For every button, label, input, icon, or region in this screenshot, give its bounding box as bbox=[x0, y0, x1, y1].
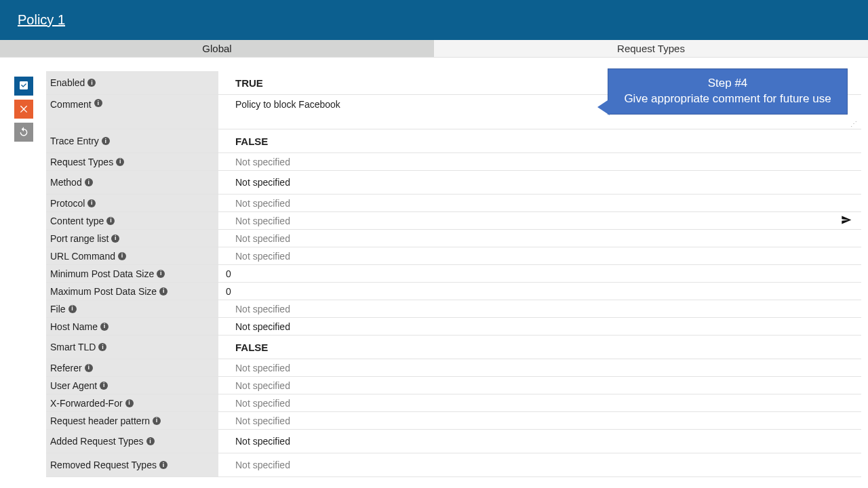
label-x-forwarded: X-Forwarded-Fori bbox=[46, 394, 219, 411]
row-content-type: Content typei Not specified bbox=[46, 212, 861, 230]
row-comment: Commenti Policy to block Facebook ⋰ bbox=[46, 95, 861, 129]
row-req-header-pattern: Request header patterni Not specified bbox=[46, 412, 861, 430]
label-added-req-types: Added Request Typesi bbox=[46, 430, 219, 453]
info-icon[interactable]: i bbox=[87, 199, 96, 207]
tab-bar: Global Request Types bbox=[0, 40, 868, 58]
row-smart-tld: Smart TLDi FALSE bbox=[46, 336, 861, 359]
info-icon[interactable]: i bbox=[100, 323, 108, 331]
row-x-forwarded: X-Forwarded-Fori Not specified bbox=[46, 394, 861, 412]
value-port-range[interactable]: Not specified bbox=[219, 230, 861, 247]
action-button-column bbox=[7, 71, 41, 477]
value-method[interactable]: Not specified bbox=[219, 171, 861, 194]
info-icon[interactable]: i bbox=[106, 217, 115, 225]
row-request-types: Request Typesi Not specified bbox=[46, 153, 861, 171]
label-enabled: Enabledi bbox=[46, 71, 219, 94]
label-protocol: Protocoli bbox=[46, 195, 219, 211]
label-req-header-pattern: Request header patterni bbox=[46, 412, 219, 429]
form-area: Step #4 Give appropriate comment for fut… bbox=[46, 71, 861, 477]
undo-button[interactable] bbox=[14, 123, 33, 142]
label-request-types: Request Typesi bbox=[46, 153, 219, 170]
info-icon[interactable]: i bbox=[159, 461, 167, 469]
label-file: Filei bbox=[46, 300, 219, 317]
value-user-agent[interactable]: Not specified bbox=[219, 377, 861, 394]
row-min-post: Minimum Post Data Sizei 0 bbox=[46, 265, 861, 283]
info-icon[interactable]: i bbox=[146, 437, 155, 445]
label-removed-req-types: Removed Request Typesi bbox=[46, 453, 219, 476]
label-content-type: Content typei bbox=[46, 212, 219, 229]
policy-title-link[interactable]: Policy 1 bbox=[18, 12, 65, 28]
info-icon[interactable]: i bbox=[85, 364, 93, 372]
info-icon[interactable]: i bbox=[87, 79, 96, 87]
close-icon bbox=[18, 103, 29, 116]
info-icon[interactable]: i bbox=[102, 137, 110, 145]
row-protocol: Protocoli Not specified bbox=[46, 195, 861, 212]
label-user-agent: User Agenti bbox=[46, 377, 219, 394]
page-header: Policy 1 bbox=[0, 0, 868, 40]
label-referer: Refereri bbox=[46, 359, 219, 376]
row-user-agent: User Agenti Not specified bbox=[46, 377, 861, 394]
row-file: Filei Not specified bbox=[46, 300, 861, 318]
send-icon[interactable] bbox=[841, 214, 852, 227]
value-comment[interactable]: Policy to block Facebook ⋰ bbox=[219, 95, 861, 129]
row-url-command: URL Commandi Not specified bbox=[46, 247, 861, 265]
label-smart-tld: Smart TLDi bbox=[46, 336, 219, 359]
undo-icon bbox=[18, 126, 29, 139]
info-icon[interactable]: i bbox=[153, 417, 161, 425]
value-added-req-types[interactable]: Not specified bbox=[219, 430, 861, 453]
value-trace-entry[interactable]: FALSE bbox=[219, 129, 861, 152]
label-min-post: Minimum Post Data Sizei bbox=[46, 265, 219, 282]
info-icon[interactable]: i bbox=[85, 178, 93, 186]
info-icon[interactable]: i bbox=[159, 287, 167, 296]
value-protocol[interactable]: Not specified bbox=[219, 195, 861, 211]
info-icon[interactable]: i bbox=[98, 343, 106, 351]
value-req-header-pattern[interactable]: Not specified bbox=[219, 412, 861, 429]
label-max-post: Maximum Post Data Sizei bbox=[46, 283, 219, 300]
check-icon bbox=[18, 80, 29, 93]
row-enabled: Enabledi TRUE bbox=[46, 71, 861, 95]
info-icon[interactable]: i bbox=[125, 399, 134, 407]
value-min-post[interactable]: 0 bbox=[219, 265, 861, 282]
info-icon[interactable]: i bbox=[100, 382, 108, 390]
value-file[interactable]: Not specified bbox=[219, 300, 861, 317]
value-removed-req-types[interactable]: Not specified bbox=[219, 453, 861, 476]
info-icon[interactable]: i bbox=[94, 99, 102, 107]
row-trace-entry: Trace Entryi FALSE bbox=[46, 129, 861, 153]
value-enabled[interactable]: TRUE bbox=[219, 71, 861, 94]
value-request-types[interactable]: Not specified bbox=[219, 153, 861, 170]
info-icon[interactable]: i bbox=[118, 252, 126, 260]
label-url-command: URL Commandi bbox=[46, 247, 219, 264]
value-host-name[interactable]: Not specified bbox=[219, 318, 861, 335]
label-method: Methodi bbox=[46, 171, 219, 194]
value-max-post[interactable]: 0 bbox=[219, 283, 861, 300]
row-port-range: Port range listi Not specified bbox=[46, 230, 861, 247]
value-url-command[interactable]: Not specified bbox=[219, 247, 861, 264]
value-content-type[interactable]: Not specified bbox=[219, 212, 861, 229]
label-comment: Commenti bbox=[46, 95, 219, 129]
row-removed-req-types: Removed Request Typesi Not specified bbox=[46, 453, 861, 477]
label-trace-entry: Trace Entryi bbox=[46, 129, 219, 152]
label-port-range: Port range listi bbox=[46, 230, 219, 247]
info-icon[interactable]: i bbox=[157, 270, 165, 278]
row-added-req-types: Added Request Typesi Not specified bbox=[46, 430, 861, 453]
resize-handle-icon[interactable]: ⋰ bbox=[850, 120, 857, 127]
row-host-name: Host Namei Not specified bbox=[46, 318, 861, 336]
row-method: Methodi Not specified bbox=[46, 171, 861, 195]
value-smart-tld[interactable]: FALSE bbox=[219, 336, 861, 359]
tab-global[interactable]: Global bbox=[0, 40, 434, 57]
row-referer: Refereri Not specified bbox=[46, 359, 861, 377]
info-icon[interactable]: i bbox=[111, 235, 119, 243]
tab-request-types[interactable]: Request Types bbox=[434, 40, 868, 57]
info-icon[interactable]: i bbox=[68, 305, 77, 313]
info-icon[interactable]: i bbox=[116, 158, 124, 166]
value-referer[interactable]: Not specified bbox=[219, 359, 861, 376]
save-button[interactable] bbox=[14, 77, 33, 96]
cancel-button[interactable] bbox=[14, 100, 33, 119]
value-x-forwarded[interactable]: Not specified bbox=[219, 394, 861, 411]
row-max-post: Maximum Post Data Sizei 0 bbox=[46, 283, 861, 300]
label-host-name: Host Namei bbox=[46, 318, 219, 335]
